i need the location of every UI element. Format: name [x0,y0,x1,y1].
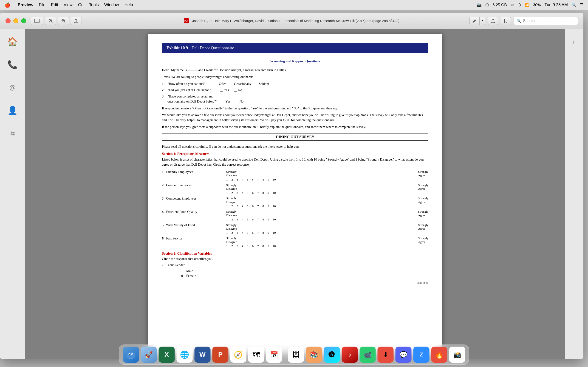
pen-button[interactable] [469,17,480,25]
scale-numbers-2: 12345678910 [226,191,428,195]
dock-launchpad[interactable]: 🚀 [141,347,157,363]
q7-content: Your Gender 1 Male 0 Female [167,263,196,278]
traffic-lights [6,18,26,23]
dock-maps[interactable]: 🗺 [248,347,264,363]
menu-window[interactable]: Window [104,2,119,7]
q7-options: 1 Male 0 Female [181,269,196,279]
battery-info: 30% [533,3,541,7]
svg-line-6 [64,22,65,23]
scale-right-2: StronglyDisagree StronglyAgree 123456789… [226,183,428,195]
menu-help[interactable]: Help [124,2,133,7]
scale-anchors-3: StronglyDisagree StronglyAgree [226,197,428,204]
maximize-button[interactable] [21,18,26,23]
dock-photos[interactable]: 🖼 [288,347,304,363]
sidebar-person-icon[interactable]: 👤 [5,102,21,119]
dock-word[interactable]: W [195,347,211,363]
intro-text-2: Texas. We are talking to people today/to… [162,75,428,80]
menu-edit[interactable]: Edit [51,2,58,7]
close-button[interactable] [6,18,10,23]
spotlight-icon[interactable]: 🔍 [571,2,576,7]
q7-label: Your Gender [167,263,185,267]
menu-tools[interactable]: Tools [89,2,99,7]
search-input[interactable] [523,19,575,23]
dock-discord[interactable]: 💬 [396,347,412,363]
scale-numbers-1: 12345678910 [226,178,428,181]
scale-numbers-6: 12345678910 [226,244,428,248]
sidebar-at-icon[interactable]: @ [5,80,21,96]
zoom-in-button[interactable] [58,17,69,25]
wifi-icon: 📶 [525,2,529,7]
scale-label-3: 3. Competent Employees [162,197,226,200]
search-box[interactable]: 🔍 [514,17,578,25]
dock-safari[interactable]: 🧭 [230,347,246,363]
dock-chrome[interactable]: 🌐 [177,347,193,363]
sidebar-phone-icon[interactable]: 📞 [5,57,21,73]
menubar-right: 📷 ⬡ 6.25 GB ⊕ ⬡ 📶 30% Tue 9:28 AM 🔍 ☰ [477,2,583,7]
menu-go[interactable]: Go [78,2,84,7]
scale-item-1: 1. Friendly Employees StronglyDisagree S… [162,170,428,181]
svg-point-10 [127,352,135,358]
left-sidebar: 🏠 📞 @ 👤 ⇆ [0,29,25,359]
scale-high-6: StronglyAgree [418,236,428,244]
we-would-text: We would like you to answer a few questi… [162,113,428,123]
minimize-button[interactable] [13,18,18,23]
dock-facetime[interactable]: 📹 [360,347,376,363]
dock-appstore[interactable]: 🅐 [324,347,340,363]
scale-low-2: StronglyDisagree [226,183,237,191]
q7-num: 7. [162,263,167,278]
clipboard-text: If the person says yes, give them a clip… [162,125,428,130]
question-1: 1. "How often do you eat out?" __ Often … [162,81,428,86]
bluetooth-icon: ⬡ [518,2,521,7]
dock-music[interactable]: ♪ [342,347,358,363]
annotation-dropdown[interactable]: ▾ [480,17,485,25]
screening-header: Screening and Rapport Questions [162,58,428,65]
app-menu-preview[interactable]: Preview [18,2,33,7]
dock-excel[interactable]: X [159,347,175,363]
dock-powerpoint[interactable]: P [212,347,229,363]
scale-item-5: 5. Wide Variety of Food StronglyDisagree… [162,223,428,235]
bookmark-button[interactable] [501,17,511,25]
storage-info: 6.25 GB [493,3,507,7]
scale-numbers-4: 12345678910 [226,218,428,221]
sidebar-toggle-button[interactable] [31,17,43,25]
share-button[interactable] [71,17,82,25]
scale-anchors-5: StronglyDisagree StronglyAgree [226,223,428,231]
scale-low-4: StronglyDisagree [226,210,237,217]
right-sidebar: s1 [565,29,583,359]
search-icon: 🔍 [517,19,521,23]
sidebar-home-icon[interactable]: 🏠 [5,34,21,50]
scale-items-container: 1. Friendly Employees StronglyDisagree S… [162,170,428,248]
scale-label-4: 4. Excellent Food Quality [162,210,226,214]
dock-finder[interactable] [123,347,139,363]
dock-photos2[interactable]: 📸 [449,347,465,363]
airplay-icon: ⬡ [485,2,489,7]
svg-point-14 [132,354,133,355]
q3-content: "Have you completed a restaurant questio… [167,94,243,104]
dock-books[interactable]: 📚 [306,347,322,363]
scale-label-1: 1. Friendly Employees [162,170,226,174]
exhibit-header: Exhibit 10.9 Deli Depot Questionnaire [162,43,428,53]
question-2: 2. "Did you just eat at Deli Depot?" __ … [162,88,428,93]
dock-flame[interactable]: 🔥 [431,347,447,363]
sidebar-arrows-icon[interactable]: ⇆ [5,125,21,142]
dock-zoom[interactable]: Z [414,347,430,363]
q3-text-cont: questionnaire on Deli Depot before?" __ … [167,99,243,104]
apple-menu[interactable]: 🍎 [5,2,10,8]
notification-icon[interactable]: ☰ [580,2,583,7]
dock-transmission[interactable]: ⬇ [378,347,394,363]
menu-file[interactable]: File [39,2,45,7]
exhibit-title: Deli Depot Questionnaire [191,46,234,50]
dock-calendar[interactable]: 📅 [266,347,282,363]
scale-label-6: 6. Fast Service [162,236,226,240]
scale-high-1: StronglyAgree [418,170,428,177]
menu-view[interactable]: View [64,2,73,7]
share-toolbar-button[interactable] [488,17,498,25]
zoom-out-button[interactable] [45,17,56,25]
scale-numbers-3: 12345678910 [226,204,428,208]
titlebar: PDF Joseph F., Jr. Hair, Mary F. Wolfinb… [0,13,583,29]
scale-high-4: StronglyAgree [418,210,428,217]
pdf-viewer[interactable]: Exhibit 10.9 Deli Depot Questionnaire Sc… [25,29,565,359]
if-respondent-text: If respondent answers "Often or Occasion… [162,106,428,111]
content-area: 🏠 📞 @ 👤 ⇆ Exhibit 10.9 Deli Depot Questi… [0,29,583,359]
q7-male: 1 Male [181,269,196,274]
